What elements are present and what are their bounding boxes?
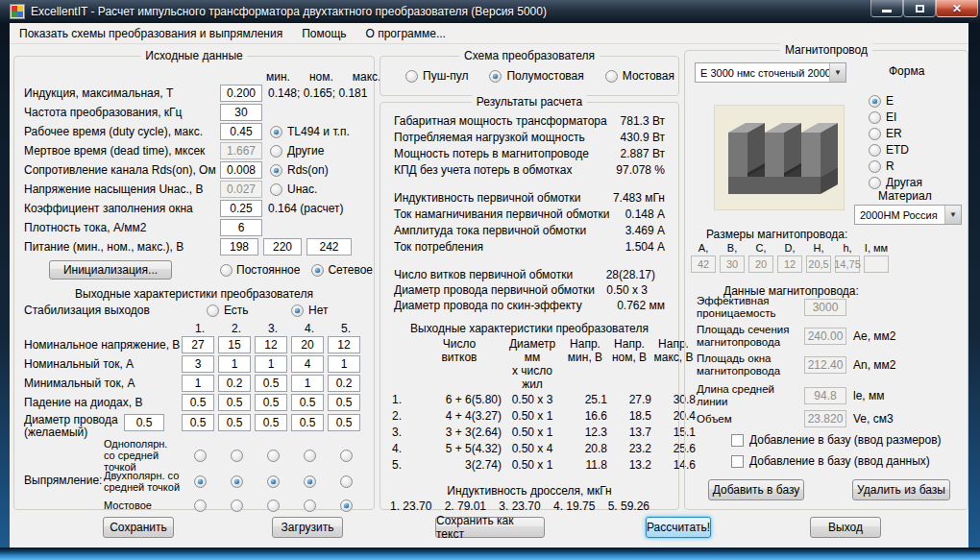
- nominal-voltage-input[interactable]: 27: [182, 336, 214, 353]
- nominal-voltage-input[interactable]: 20: [291, 336, 324, 353]
- wire-diameter-input[interactable]: 0.5: [255, 414, 287, 431]
- menu-about[interactable]: О программе...: [356, 24, 455, 43]
- stab-yes-radio[interactable]: [207, 304, 219, 317]
- stab-yes-label: Есть: [224, 304, 249, 317]
- current-density-input[interactable]: 6: [220, 219, 262, 236]
- choke-value: 2. 79.01: [445, 499, 486, 515]
- col-header: 2.: [218, 322, 255, 335]
- nominal-current-input[interactable]: 1: [218, 355, 251, 373]
- minimal-current-input[interactable]: 1: [291, 375, 324, 392]
- shape-etd-radio[interactable]: [869, 144, 881, 157]
- rds-radio[interactable]: [270, 164, 282, 177]
- rect-unipolar-radio[interactable]: [267, 450, 280, 462]
- rect-bipolar-radio[interactable]: [194, 475, 207, 488]
- material-select[interactable]: 2000НМ Россия ▼: [854, 205, 962, 225]
- dc-supply-radio[interactable]: [220, 264, 233, 277]
- nominal-current-input[interactable]: 3: [182, 355, 214, 373]
- shape-e-label: E: [886, 94, 894, 108]
- supply-nom-input[interactable]: 220: [263, 238, 302, 256]
- wire-value: 0.50 x 1: [502, 409, 563, 426]
- supply-min-input[interactable]: 198: [220, 238, 258, 256]
- core-select[interactable]: Е 3000 нмс сточеный 2000НМ Ро ▼: [695, 62, 846, 83]
- rect-bridge-radio[interactable]: [304, 499, 316, 512]
- save-button[interactable]: Сохранить: [103, 517, 174, 538]
- shape-other-radio[interactable]: [869, 177, 881, 189]
- rect-bridge-radio[interactable]: [267, 499, 280, 512]
- close-button[interactable]: ✕: [936, 0, 978, 17]
- maximize-button[interactable]: [903, 0, 936, 17]
- diode-drop-input[interactable]: 0.5: [291, 394, 324, 411]
- half-bridge-radio[interactable]: [489, 70, 502, 83]
- minimal-current-input[interactable]: 1: [182, 375, 214, 392]
- maximize-icon: [916, 5, 924, 12]
- diode-drop-input[interactable]: 0.5: [255, 394, 287, 411]
- result-value: 97.078 %: [616, 163, 665, 180]
- calculate-button[interactable]: Рассчитать!: [646, 517, 711, 538]
- remove-from-base-button[interactable]: Удалить из базы: [852, 479, 950, 500]
- duty-cycle-input[interactable]: 0.45: [220, 123, 262, 140]
- frequency-input[interactable]: 30: [220, 104, 262, 121]
- other-driver-radio[interactable]: [270, 145, 282, 158]
- push-pull-radio[interactable]: [405, 70, 418, 83]
- rect-bipolar-radio[interactable]: [304, 475, 316, 488]
- save-as-text-button[interactable]: Сохранить как текст: [435, 517, 545, 538]
- fill-factor-input[interactable]: 0.25: [220, 200, 262, 217]
- minimal-current-input[interactable]: 0.2: [328, 375, 360, 392]
- nominal-voltage-input[interactable]: 12: [328, 336, 360, 353]
- mains-supply-radio-label: Сетевое: [328, 263, 373, 277]
- wire-diameter-base-input[interactable]: 0.5: [124, 414, 164, 431]
- diode-drop-input[interactable]: 0.5: [218, 394, 251, 411]
- bridge-radio[interactable]: [605, 70, 618, 83]
- rect-unipolar-radio[interactable]: [231, 450, 243, 462]
- unas-radio[interactable]: [270, 183, 282, 196]
- induction-input[interactable]: 0.200: [220, 85, 262, 102]
- add-data-checkbox[interactable]: [731, 455, 744, 468]
- mains-supply-radio[interactable]: [311, 264, 324, 277]
- core-data-unit: Ve, см3: [853, 412, 894, 426]
- rect-bipolar-radio[interactable]: [231, 475, 243, 488]
- stab-no-radio[interactable]: [291, 304, 304, 317]
- nominal-current-input[interactable]: 1: [328, 355, 360, 373]
- diode-drop-input[interactable]: 0.5: [328, 394, 360, 411]
- nominal-current-input[interactable]: 1: [255, 355, 287, 373]
- wire-diameter-input[interactable]: 0.5: [328, 414, 360, 431]
- result-row: Амплитуда тока первичной обмотки3.469 А: [380, 224, 678, 240]
- diode-drop-input[interactable]: 0.5: [182, 394, 214, 411]
- add-to-base-button[interactable]: Добавить в базу: [708, 479, 804, 500]
- shape-r-radio[interactable]: [869, 160, 881, 173]
- minimize-button[interactable]: [870, 0, 903, 17]
- shape-er-radio[interactable]: [869, 128, 881, 140]
- rect-bridge-radio[interactable]: [194, 499, 207, 512]
- minimal-current-input[interactable]: 0.5: [255, 375, 287, 392]
- menu-show-schemes[interactable]: Показать схемы преобразования и выпрямле…: [10, 24, 292, 43]
- converter-scheme-panel: Схема преобразователя Пуш-пул Полумостов…: [380, 56, 679, 96]
- add-sizes-checkbox[interactable]: [731, 434, 744, 447]
- tl494-radio[interactable]: [270, 126, 282, 138]
- rect-bipolar-radio[interactable]: [267, 475, 280, 488]
- menu-help[interactable]: Помощь: [292, 24, 355, 43]
- wire-diameter-input[interactable]: 0.5: [218, 414, 251, 431]
- wire-diameter-input[interactable]: 0.5: [182, 414, 214, 431]
- result-label: Мощность потерь в магнитопроводе: [394, 147, 621, 163]
- max-header: макс.: [353, 70, 381, 84]
- rect-unipolar-radio[interactable]: [304, 450, 316, 462]
- load-button[interactable]: Загрузить: [272, 517, 343, 538]
- init-button[interactable]: Инициализация...: [49, 260, 172, 280]
- rect-bipolar-radio[interactable]: [340, 475, 353, 488]
- shape-e-radio[interactable]: [869, 95, 881, 108]
- nominal-current-input[interactable]: 4: [291, 355, 324, 373]
- rect-unipolar-radio[interactable]: [340, 450, 353, 462]
- rect-unipolar-radio[interactable]: [194, 450, 207, 462]
- rect-bridge-radio[interactable]: [340, 499, 353, 512]
- nominal-voltage-input[interactable]: 12: [255, 336, 287, 353]
- rect-bridge-radio[interactable]: [231, 499, 243, 512]
- minimal-current-input[interactable]: 0.2: [218, 375, 251, 392]
- wire-value: 0.50 x 1: [502, 426, 563, 442]
- wire-diameter-input[interactable]: 0.5: [291, 414, 324, 431]
- shape-ei-radio[interactable]: [869, 111, 881, 124]
- supply-max-input[interactable]: 242: [306, 238, 352, 256]
- exit-button[interactable]: Выход: [810, 517, 881, 538]
- core-data-row: Объем 23.820 Ve, см3: [697, 410, 894, 427]
- nominal-voltage-input[interactable]: 15: [218, 336, 251, 353]
- rds-input[interactable]: 0.008: [220, 161, 262, 179]
